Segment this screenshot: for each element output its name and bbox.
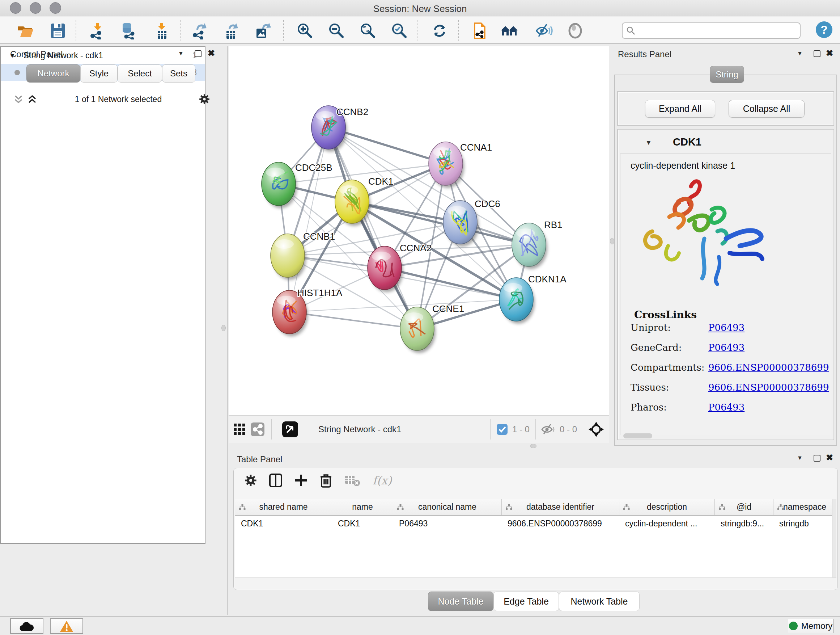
column-header-database-identifier[interactable]: database identifier (502, 499, 619, 515)
network-node-ccne1[interactable]: CCNE1 (400, 303, 464, 353)
network-node-ccna2[interactable]: CCNA2 (368, 242, 431, 292)
network-tree: ▼ String Network - cdk1 1 String Network… (0, 46, 205, 544)
results-panel-float-icon[interactable]: ▼ (797, 50, 803, 57)
column-header-name[interactable]: name (332, 499, 393, 515)
visibility-orb-button[interactable] (565, 21, 585, 41)
tab-network[interactable]: Network (27, 65, 80, 82)
fit-selected-crosshair-icon[interactable] (588, 421, 604, 437)
network-edge[interactable] (289, 312, 417, 329)
string-home-button[interactable] (500, 21, 519, 41)
control-panel-float-icon[interactable]: ▼ (178, 50, 184, 57)
tab-select[interactable]: Select (118, 65, 162, 82)
export-table-button[interactable] (222, 21, 241, 41)
search-box[interactable] (622, 22, 801, 39)
table-options-gear-icon[interactable] (245, 474, 257, 486)
gene-collapse-arrow-icon[interactable]: ▼ (645, 139, 652, 147)
network-graph[interactable]: CCNB2CCNA1CDC25BCDK1CDC6RB1CCNB1CCNA2CDK… (229, 46, 609, 415)
crosslink-link[interactable]: 9606.ENSP00000378699 (708, 362, 829, 373)
cloud-status-button[interactable] (10, 618, 43, 634)
collapse-all-networks-icon[interactable] (13, 94, 24, 105)
table-cell[interactable]: 9606.ENSP00000378699 (502, 516, 619, 532)
crosslink-link[interactable]: P06493 (708, 322, 745, 333)
network-node-ccnb1[interactable]: CCNB1 (271, 231, 335, 280)
crosslink-link[interactable]: P06493 (708, 342, 745, 353)
table-panel-close-icon[interactable]: ✖ (826, 453, 833, 463)
tab-style[interactable]: Style (80, 65, 118, 82)
network-share-view-icon[interactable] (250, 422, 265, 437)
table-cell[interactable]: P06493 (393, 516, 502, 532)
control-panel-close-icon[interactable]: ✖ (208, 48, 215, 58)
horizontal-splitter-handle[interactable] (530, 444, 537, 448)
birdseye-view-icon[interactable] (282, 421, 298, 438)
add-column-icon[interactable] (294, 474, 308, 487)
memory-button[interactable]: Memory (788, 619, 834, 633)
zoom-selected-button[interactable] (390, 21, 409, 41)
search-input[interactable] (638, 25, 794, 37)
table-cell[interactable]: stringdb:9... (715, 516, 774, 532)
table-hscrollbar[interactable] (235, 578, 836, 589)
import-network-database-button[interactable] (119, 21, 139, 41)
string-glass-effect-button[interactable] (534, 21, 554, 41)
control-panel-undock-icon[interactable] (195, 50, 202, 57)
results-panel-close-icon[interactable]: ✖ (826, 48, 833, 58)
export-network-button[interactable] (190, 21, 210, 41)
string-import-button[interactable] (470, 21, 489, 41)
zoom-out-button[interactable] (327, 21, 346, 41)
right-splitter-handle[interactable] (610, 238, 614, 244)
table-vscrollbar[interactable] (832, 499, 836, 578)
network-edge[interactable] (289, 127, 328, 312)
left-splitter-handle[interactable] (221, 325, 226, 331)
table-cell[interactable]: cyclin-dependent ... (619, 516, 715, 532)
network-node-cdk1[interactable]: CDK1 (335, 176, 393, 226)
export-image-button[interactable] (253, 21, 273, 41)
tab-node-table[interactable]: Node Table (428, 592, 493, 611)
save-session-button[interactable] (48, 21, 68, 41)
delete-column-icon[interactable] (320, 473, 332, 488)
table-cell[interactable]: stringdb (774, 516, 836, 532)
refresh-button[interactable] (430, 21, 449, 41)
zoom-in-button[interactable] (295, 21, 315, 41)
crosslink-link[interactable]: P06493 (708, 402, 745, 413)
gene-description: cyclin-dependent kinase 1 (630, 160, 735, 171)
tab-sets[interactable]: Sets (162, 65, 195, 82)
crosslink-link[interactable]: 9606.ENSP00000378699 (708, 382, 829, 393)
tab-edge-table[interactable]: Edge Table (493, 592, 559, 611)
expand-all-networks-icon[interactable] (27, 94, 38, 105)
network-node-ccnb2[interactable]: CCNB2 (311, 106, 368, 152)
table-panel-undock-icon[interactable] (813, 455, 821, 462)
network-node-cdc25b[interactable]: CDC25B (262, 162, 332, 208)
column-header-namespace[interactable]: namespace (774, 499, 836, 515)
network-node-rb1[interactable]: RB1 (512, 219, 562, 269)
network-node-hist1h1a[interactable]: HIST1H1A (272, 287, 343, 336)
column-header-shared-name[interactable]: shared name (235, 499, 332, 515)
network-canvas[interactable]: CCNB2CCNA1CDC25BCDK1CDC6RB1CCNB1CCNA2CDK… (229, 46, 609, 415)
network-edge[interactable] (328, 127, 417, 329)
help-button[interactable]: ? (816, 21, 832, 38)
open-session-button[interactable] (16, 21, 35, 41)
column-header-description[interactable]: description (619, 499, 715, 515)
houses-icon (500, 22, 518, 39)
column-header-canonical-name[interactable]: canonical name (393, 499, 502, 515)
results-panel-undock-icon[interactable] (813, 50, 821, 57)
tab-string-results[interactable]: String (710, 66, 744, 83)
import-table-button[interactable] (152, 21, 172, 41)
table-panel-float-icon[interactable]: ▼ (797, 455, 803, 461)
results-hscroll-thumb[interactable] (623, 433, 652, 439)
collapse-all-button[interactable]: Collapse All (729, 100, 805, 118)
zoom-fit-button[interactable] (358, 21, 378, 41)
expand-all-button[interactable]: Expand All (645, 100, 715, 118)
network-options-gear-icon[interactable] (199, 94, 210, 105)
network-node-ccna1[interactable]: CCNA1 (429, 142, 492, 188)
show-columns-icon[interactable] (269, 473, 282, 487)
table-cell[interactable]: CDK1 (235, 516, 332, 532)
warnings-button[interactable] (50, 618, 83, 634)
table-cell[interactable]: CDK1 (332, 516, 393, 532)
network-node-cdkn1a[interactable]: CDKN1A (499, 274, 567, 324)
table-row[interactable]: CDK1CDK1P064939606.ENSP00000378699cyclin… (235, 516, 836, 532)
grid-view-icon[interactable] (233, 423, 246, 436)
node-label-cdk1: CDK1 (368, 176, 393, 187)
column-header--id[interactable]: @id (715, 499, 774, 515)
import-network-file-button[interactable] (88, 21, 107, 41)
selected-checkbox-icon[interactable] (496, 424, 508, 435)
tab-network-table[interactable]: Network Table (559, 592, 639, 611)
